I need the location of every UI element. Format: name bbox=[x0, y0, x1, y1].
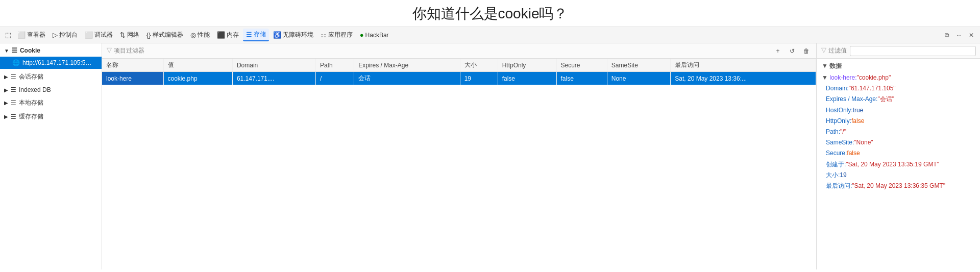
split-icon[interactable]: ⧉ bbox=[941, 30, 952, 41]
tab-style-editor[interactable]: {} 样式编辑器 bbox=[143, 29, 186, 41]
network-icon: ⇅ bbox=[120, 31, 126, 39]
tree-detail-item: Secure:false bbox=[822, 148, 975, 159]
sidebar-cookie-url[interactable]: 🌐 http://61.147.171.105:56402 bbox=[0, 57, 102, 69]
detail-val: "Sat, 20 May 2023 13:35:19 GMT" bbox=[846, 161, 939, 168]
tab-hackbar[interactable]: ● HackBar bbox=[357, 30, 392, 40]
detail-val: 19 bbox=[840, 171, 846, 179]
tab-memory[interactable]: ⬛ 内存 bbox=[214, 29, 242, 41]
detail-val: "Sat, 20 May 2023 13:36:35 GMT" bbox=[852, 182, 945, 189]
right-tree: ▼ look-here:"cookie.php"Domain:"61.147.1… bbox=[822, 72, 975, 191]
close-icon[interactable]: ✕ bbox=[966, 30, 977, 41]
detail-key: HostOnly: bbox=[826, 107, 853, 114]
detail-val: "61.147.171.105" bbox=[849, 85, 896, 92]
accessibility-icon: ♿ bbox=[273, 31, 281, 39]
col-secure: Secure bbox=[556, 59, 607, 72]
col-httponly: HttpOnly bbox=[498, 59, 556, 72]
table-row[interactable]: look-herecookie.php61.147.171..../会话19fa… bbox=[102, 72, 816, 85]
right-panel: ▽ 过滤值 ▼ 数据 ▼ look-here:"cookie.php"Domai… bbox=[817, 43, 980, 269]
hackbar-icon: ● bbox=[360, 31, 364, 39]
table-cell: look-here bbox=[102, 72, 163, 85]
table-cell: cookie.php bbox=[163, 72, 232, 85]
tab-accessibility[interactable]: ♿ 无障碍环境 bbox=[270, 29, 316, 41]
dock-icon[interactable]: ⬚ bbox=[3, 30, 13, 40]
center-toolbar: ▽ 项目过滤器 + ↺ 🗑 bbox=[102, 43, 816, 59]
tab-performance[interactable]: ◎ 性能 bbox=[187, 29, 213, 41]
tree-detail-item: SameSite:"None" bbox=[822, 137, 975, 148]
main-layout: ▼ ☰ Cookie 🌐 http://61.147.171.105:56402… bbox=[0, 43, 980, 269]
application-icon: ⚏ bbox=[321, 31, 327, 39]
cookie-db-icon: ☰ bbox=[12, 47, 17, 54]
detail-key: HttpOnly: bbox=[826, 117, 851, 125]
inspector-icon: ⬜ bbox=[17, 31, 26, 39]
col-value: 值 bbox=[163, 59, 232, 72]
debugger-icon: ⬜ bbox=[85, 31, 93, 39]
detail-val: true bbox=[853, 107, 864, 114]
style-icon: {} bbox=[146, 31, 151, 39]
devtools-toolbar: ⬚ ⬜ 查看器 ▷ 控制台 ⬜ 调试器 ⇅ 网络 {} 样式编辑器 ◎ 性能 ⬛… bbox=[0, 27, 980, 43]
right-content: ▼ 数据 ▼ look-here:"cookie.php"Domain:"61.… bbox=[817, 59, 980, 269]
add-button[interactable]: + bbox=[772, 45, 783, 57]
col-domain: Domain bbox=[232, 59, 315, 72]
detail-val: false bbox=[847, 150, 860, 157]
tree-detail-item: Path:"/" bbox=[822, 127, 975, 137]
sidebar-indexed-db[interactable]: ▶ ☰ Indexed DB bbox=[0, 84, 102, 96]
tree-detail-item: 创建于:"Sat, 20 May 2023 13:35:19 GMT" bbox=[822, 159, 975, 170]
col-expires: Expires / Max-Age bbox=[354, 59, 460, 72]
tree-detail-item: HttpOnly:false bbox=[822, 116, 975, 127]
table-container: 名称 值 Domain Path Expires / Max-Age 大小 Ht… bbox=[102, 59, 816, 269]
cookie-table: 名称 值 Domain Path Expires / Max-Age 大小 Ht… bbox=[102, 59, 816, 85]
col-name: 名称 bbox=[102, 59, 163, 72]
detail-key: SameSite: bbox=[826, 139, 854, 146]
cache-arrow: ▶ bbox=[4, 114, 8, 119]
local-arrow: ▶ bbox=[4, 100, 8, 106]
detail-val: "/" bbox=[840, 128, 846, 135]
detail-key: 最后访问: bbox=[826, 182, 852, 189]
sidebar-cache-storage[interactable]: ▶ ☰ 缓存存储 bbox=[0, 110, 102, 123]
page-title: 你知道什么是cookie吗？ bbox=[0, 0, 980, 27]
table-cell: 61.147.171.... bbox=[232, 72, 315, 85]
right-filter-label: ▽ 过滤值 bbox=[821, 46, 847, 55]
root-key: look-here: bbox=[829, 74, 856, 81]
tree-arrow: ▼ bbox=[822, 74, 829, 81]
table-cell: / bbox=[315, 72, 354, 85]
indexed-arrow: ▶ bbox=[4, 87, 8, 93]
right-filter-input[interactable] bbox=[850, 46, 976, 56]
table-cell: 会话 bbox=[354, 72, 460, 85]
tree-detail-item: Expires / Max-Age:"会话" bbox=[822, 94, 975, 105]
detail-key: 创建于: bbox=[826, 161, 846, 168]
sidebar-local-storage[interactable]: ▶ ☰ 本地存储 bbox=[0, 96, 102, 110]
tab-console[interactable]: ▷ 控制台 bbox=[50, 29, 81, 41]
data-section-title: ▼ 数据 bbox=[822, 62, 975, 70]
refresh-button[interactable]: ↺ bbox=[787, 45, 798, 57]
tab-debugger[interactable]: ⬜ 调试器 bbox=[82, 29, 116, 41]
tree-root-item[interactable]: ▼ look-here:"cookie.php" bbox=[822, 72, 975, 83]
tab-inspector[interactable]: ⬜ 查看器 bbox=[14, 29, 48, 41]
delete-button[interactable]: 🗑 bbox=[801, 45, 812, 57]
memory-icon: ⬛ bbox=[217, 31, 225, 39]
tab-application[interactable]: ⚏ 应用程序 bbox=[317, 29, 356, 41]
detail-key: Expires / Max-Age: bbox=[826, 95, 877, 103]
more-icon[interactable]: ··· bbox=[953, 30, 965, 41]
performance-icon: ◎ bbox=[190, 31, 196, 39]
center-panel: ▽ 项目过滤器 + ↺ 🗑 名称 值 Domain Path Expires /… bbox=[102, 43, 817, 269]
right-toolbar: ▽ 过滤值 bbox=[817, 43, 980, 59]
root-val: "cookie.php" bbox=[857, 74, 891, 81]
table-cell: 19 bbox=[460, 72, 498, 85]
col-samesite: SameSite bbox=[607, 59, 671, 72]
col-lastaccess: 最后访问 bbox=[671, 59, 816, 72]
tab-network[interactable]: ⇅ 网络 bbox=[117, 29, 142, 41]
detail-val: "None" bbox=[854, 139, 873, 146]
storage-icon: ☰ bbox=[246, 31, 252, 38]
detail-val: false bbox=[851, 117, 864, 125]
detail-key: Path: bbox=[826, 128, 840, 135]
table-cell: Sat, 20 May 2023 13:36:... bbox=[671, 72, 816, 85]
tab-storage[interactable]: ☰ 存储 bbox=[243, 29, 269, 41]
tree-detail-item: 最后访问:"Sat, 20 May 2023 13:36:35 GMT" bbox=[822, 181, 975, 191]
sidebar-cookie-header[interactable]: ▼ ☰ Cookie bbox=[0, 44, 102, 57]
console-icon: ▷ bbox=[53, 31, 58, 39]
col-path: Path bbox=[315, 59, 354, 72]
cache-icon: ☰ bbox=[11, 113, 16, 120]
sidebar-session-storage[interactable]: ▶ ☰ 会话存储 bbox=[0, 70, 102, 84]
session-arrow: ▶ bbox=[4, 74, 8, 80]
detail-val: "会话" bbox=[877, 95, 894, 103]
